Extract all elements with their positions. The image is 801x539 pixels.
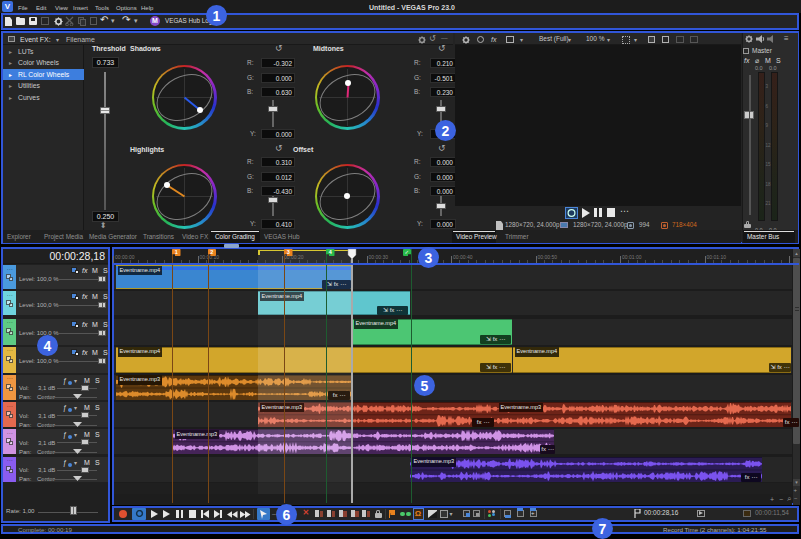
svg-text:1: 1	[212, 8, 220, 24]
svg-text:7: 7	[599, 520, 607, 536]
svg-text:2: 2	[442, 122, 450, 138]
svg-text:5: 5	[421, 378, 429, 394]
svg-text:3: 3	[424, 250, 432, 266]
svg-text:6: 6	[282, 507, 290, 523]
svg-text:4: 4	[43, 338, 51, 354]
